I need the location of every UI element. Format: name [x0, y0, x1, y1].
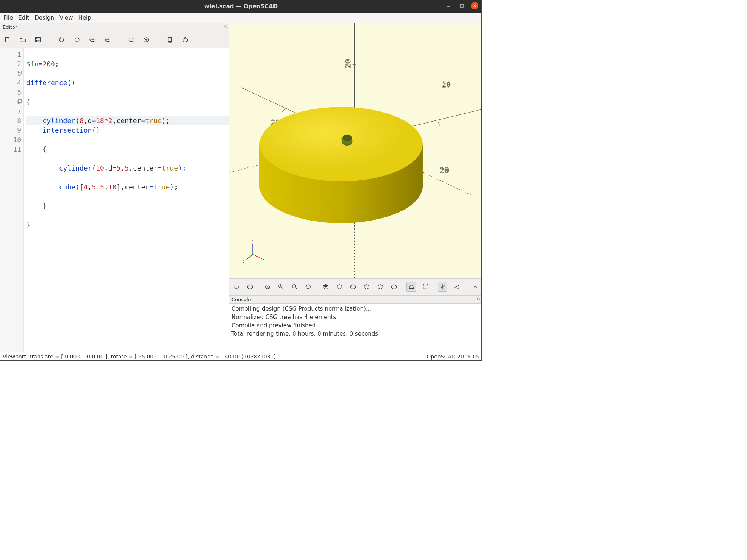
- status-right: OpenSCAD 2019.05: [427, 354, 479, 360]
- view-top-button[interactable]: [334, 282, 344, 292]
- menubar: File Edit Design View Help: [0, 13, 481, 23]
- console-header: Console ◇: [229, 296, 481, 304]
- console-output[interactable]: Compiling design (CSG Products normaliza…: [229, 304, 481, 352]
- svg-line-29: [438, 121, 440, 126]
- console-line: Total rendering time: 0 hours, 0 minutes…: [231, 330, 479, 338]
- viewport-toolbar: 10 »: [229, 278, 481, 295]
- vp-render-button[interactable]: [245, 282, 255, 292]
- view-back-button[interactable]: [389, 282, 399, 292]
- editor-header: Editor ◇: [0, 23, 229, 31]
- svg-marker-69: [409, 285, 414, 289]
- main-split: Editor ◇ STL 1: [0, 23, 481, 352]
- svg-line-72: [427, 284, 428, 285]
- svg-line-56: [282, 288, 284, 289]
- menu-edit[interactable]: Edit: [18, 14, 29, 21]
- svg-text:20: 20: [442, 80, 451, 89]
- save-file-button[interactable]: [34, 36, 42, 44]
- svg-rect-70: [423, 285, 427, 289]
- svg-marker-21: [183, 38, 188, 42]
- view-front-button[interactable]: [375, 282, 385, 292]
- svg-text:STL: STL: [168, 41, 172, 43]
- show-axes-button[interactable]: [438, 282, 447, 292]
- zoom-out-button[interactable]: [290, 282, 300, 292]
- show-scale-button[interactable]: 10: [451, 282, 461, 292]
- toolbar-overflow-button[interactable]: »: [471, 283, 479, 291]
- svg-point-14: [129, 38, 133, 42]
- svg-line-17: [146, 39, 148, 40]
- preview-button[interactable]: [127, 36, 135, 44]
- svg-marker-64: [337, 285, 342, 289]
- console-pane: Console ◇ Compiling design (CSG Products…: [229, 295, 481, 352]
- console-line: Compile and preview finished.: [231, 321, 479, 330]
- detach-icon[interactable]: ◇: [224, 24, 227, 29]
- svg-marker-63: [323, 285, 328, 287]
- svg-text:20: 20: [440, 166, 449, 175]
- console-line: Compiling design (CSG Products normaliza…: [231, 305, 479, 313]
- rendered-model: [259, 107, 423, 223]
- zoom-in-button[interactable]: [276, 282, 286, 292]
- window-controls: [445, 2, 478, 9]
- svg-marker-65: [351, 285, 356, 289]
- menu-design[interactable]: Design: [34, 14, 54, 21]
- svg-line-46: [253, 254, 262, 259]
- reset-view-button[interactable]: [303, 282, 313, 292]
- svg-marker-66: [364, 285, 369, 289]
- view-right-button[interactable]: [321, 282, 331, 292]
- console-detach-icon[interactable]: ◇: [477, 296, 480, 301]
- view-left-button[interactable]: [362, 282, 372, 292]
- console-title: Console: [231, 297, 251, 302]
- svg-line-16: [144, 39, 146, 40]
- status-left: Viewport: translate = [ 0.00 0.00 0.00 ]…: [3, 354, 276, 360]
- editor-title: Editor: [3, 24, 17, 30]
- maximize-button[interactable]: [458, 2, 466, 9]
- vp-preview-button[interactable]: [231, 282, 241, 292]
- titlebar: wiel.scad — OpenSCAD: [0, 0, 481, 13]
- orthographic-button[interactable]: [420, 282, 430, 292]
- menu-view[interactable]: View: [59, 14, 73, 21]
- svg-point-43: [259, 107, 423, 181]
- editor-toolbar: STL: [0, 31, 229, 48]
- render-button[interactable]: [142, 36, 150, 44]
- send-to-print-button[interactable]: [181, 36, 189, 44]
- export-stl-button[interactable]: STL: [166, 36, 174, 44]
- svg-rect-6: [36, 37, 39, 39]
- perspective-button[interactable]: [406, 282, 416, 292]
- menu-help[interactable]: Help: [78, 14, 91, 21]
- menu-file[interactable]: File: [3, 14, 13, 21]
- minimize-button[interactable]: [445, 2, 453, 9]
- svg-line-31: [282, 108, 286, 112]
- scene-canvas[interactable]: 20 20 20 20 20: [229, 23, 481, 278]
- svg-rect-1: [460, 4, 463, 7]
- open-file-button[interactable]: [19, 36, 27, 44]
- svg-marker-67: [378, 285, 383, 289]
- undo-button[interactable]: [58, 36, 66, 44]
- code-editor[interactable]: 1 2 3− 4 5 6− 7 8 9 10 11 $fn=200; diffe…: [0, 48, 229, 352]
- svg-marker-52: [248, 285, 253, 289]
- svg-point-51: [234, 285, 239, 289]
- right-pane: 20 20 20 20 20: [229, 23, 481, 352]
- close-button[interactable]: [471, 2, 478, 9]
- svg-text:y: y: [243, 259, 245, 263]
- app-window: wiel.scad — OpenSCAD File Edit Design Vi…: [0, 0, 482, 361]
- svg-text:x: x: [263, 258, 264, 261]
- view-bottom-button[interactable]: [348, 282, 358, 292]
- editor-pane: Editor ◇ STL 1: [0, 23, 229, 352]
- svg-text:10: 10: [457, 287, 459, 290]
- unindent-button[interactable]: [88, 36, 96, 44]
- indent-button[interactable]: [103, 36, 111, 44]
- svg-text:20: 20: [343, 59, 352, 68]
- line-gutter: 1 2 3− 4 5 6− 7 8 9 10 11: [0, 48, 24, 352]
- 3d-viewport[interactable]: 20 20 20 20 20: [229, 23, 481, 278]
- window-title: wiel.scad — OpenSCAD: [204, 3, 278, 10]
- svg-marker-68: [392, 285, 397, 289]
- statusbar: Viewport: translate = [ 0.00 0.00 0.00 ]…: [0, 352, 481, 360]
- console-line: Normalized CSG tree has 4 elements: [231, 313, 479, 321]
- redo-button[interactable]: [73, 36, 81, 44]
- view-all-button[interactable]: [263, 282, 272, 292]
- code-body[interactable]: $fn=200; difference() { cylinder(8,d=18*…: [24, 48, 229, 352]
- svg-line-47: [246, 254, 253, 260]
- new-file-button[interactable]: [3, 36, 12, 44]
- svg-line-60: [295, 288, 297, 289]
- svg-rect-7: [36, 40, 39, 42]
- svg-rect-5: [36, 37, 41, 42]
